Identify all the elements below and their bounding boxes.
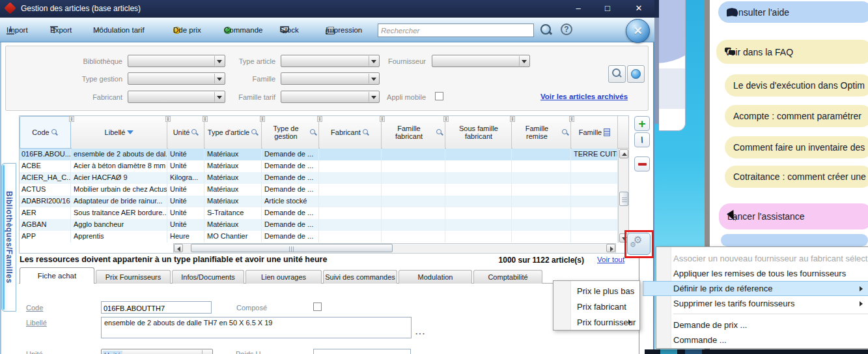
help-item-2[interactable]: Le devis d'exécution dans Optim	[725, 74, 868, 96]
archived-articles-link[interactable]: Voir les articles archivés	[540, 93, 628, 100]
unite-select[interactable]: Unité	[101, 349, 213, 354]
tab-1[interactable]: Prix Fournisseurs	[96, 270, 171, 284]
column-header-4[interactable]: Type de gestion	[262, 116, 319, 149]
column-header-9[interactable]: Famille	[572, 116, 618, 149]
column-resize-handle[interactable]	[165, 116, 171, 122]
bibliotheque-select[interactable]	[128, 55, 225, 67]
tab-5[interactable]: Modulation	[399, 270, 472, 284]
column-header-1[interactable]: Libellé	[72, 116, 167, 149]
help-item-1[interactable]: Voir dans la FAQ	[716, 40, 868, 64]
help-item-5[interactable]: Cotraitance : comment créer une	[725, 166, 868, 188]
table-row[interactable]: 016FB.ABOU...ensemble de 2 abouts de dal…	[20, 149, 619, 160]
column-header-2[interactable]: Unité	[168, 116, 204, 149]
column-resize-handle[interactable]	[443, 116, 449, 122]
cell	[320, 160, 382, 172]
column-header-8[interactable]: Famille remise	[512, 116, 571, 149]
cell	[446, 160, 512, 172]
code-input-field[interactable]	[102, 303, 211, 314]
type-article-select[interactable]	[281, 55, 380, 67]
taskbar-item[interactable]	[660, 349, 677, 354]
filter-search-button[interactable]	[608, 65, 626, 83]
code-field-label[interactable]: Code	[26, 304, 43, 312]
column-resize-handle[interactable]	[203, 116, 208, 122]
vertical-scrollbar[interactable]	[618, 149, 628, 243]
vertical-scroll-thumb[interactable]	[619, 192, 628, 206]
close-button[interactable]: ✕	[629, 2, 649, 15]
submenu-item-2[interactable]: Prix fournisseur	[553, 314, 639, 330]
menu-item-5[interactable]: Demande de prix ...	[656, 317, 868, 332]
toolbar-modulation-tarif-button[interactable]: Modulation tarif	[93, 23, 103, 37]
help-item-partial[interactable]	[721, 234, 868, 246]
toolbar-stock-button[interactable]: Stock	[280, 23, 289, 37]
see-all-link[interactable]: Voir tout	[597, 256, 624, 263]
menu-item-6[interactable]: Commande ...	[656, 332, 868, 347]
submenu-item-1[interactable]: Prix fabricant	[553, 299, 639, 314]
table-row[interactable]: APPApprentisHeureMO ChantierDemande de .…	[20, 231, 619, 243]
filter-refresh-button[interactable]	[627, 65, 645, 83]
maximize-button[interactable]: □	[598, 2, 617, 15]
help-item-3[interactable]: Acompte : comment paramétrer	[725, 105, 868, 127]
famille-tarif-select[interactable]	[281, 91, 380, 103]
toolbar-commande-button[interactable]: Commande	[224, 23, 231, 37]
help-item-0[interactable]: Consulter l'aide	[718, 1, 868, 23]
column-header-0[interactable]: Code	[20, 116, 71, 149]
delete-article-button[interactable]	[634, 156, 650, 171]
help-item-4[interactable]: Comment faire un inventaire des	[725, 136, 868, 158]
fournisseur-select[interactable]	[432, 55, 530, 67]
table-row[interactable]: AGBANAgglo bancheurUnitéMatériauxDemande…	[20, 219, 619, 231]
compose-checkbox[interactable]	[313, 302, 322, 311]
submenu-item-0[interactable]: Prix le plus bas	[553, 283, 639, 299]
table-row[interactable]: ACTUSMobilier urbain de chez ActusUnitéM…	[20, 184, 619, 196]
poids-input[interactable]	[313, 349, 411, 354]
tab-4[interactable]: Suivi des commandes	[323, 270, 397, 284]
taskbar-item[interactable]	[685, 349, 702, 354]
tab-6[interactable]: Comptabilité	[473, 270, 542, 284]
column-resize-handle[interactable]	[260, 116, 265, 122]
column-resize-handle[interactable]	[510, 116, 515, 122]
tab-0[interactable]: Fiche achat	[20, 267, 94, 284]
more-button[interactable]: ...	[415, 328, 426, 336]
libelle-textarea[interactable]: ensemble de 2 abouts de dalle TH7 en 50 …	[101, 317, 412, 338]
toolbar-import-button[interactable]: Import	[7, 23, 14, 37]
cell	[320, 149, 382, 160]
sidebar-tab-bibliotheques-familles[interactable]: Bibliothèques/Familles	[1, 163, 16, 312]
column-header-7[interactable]: Sous famille fabricant	[446, 116, 512, 149]
scroll-right-button[interactable]	[606, 244, 615, 252]
search-icon[interactable]	[540, 23, 553, 37]
scroll-up-button[interactable]	[619, 149, 628, 158]
column-resize-handle[interactable]	[69, 116, 74, 122]
fabricant-select[interactable]	[128, 91, 225, 103]
help-item-6[interactable]: Lancer l'assistance	[719, 203, 868, 229]
column-header-3[interactable]: Type d'article	[205, 116, 262, 149]
table-row[interactable]: AERSous traitance AER bordure...UnitéS-T…	[20, 207, 619, 219]
close-window-button[interactable]	[626, 19, 650, 43]
horizontal-scrollbar[interactable]	[173, 243, 616, 254]
menu-item-1[interactable]: Appliquer les remises de tous les fourni…	[656, 266, 868, 281]
table-row[interactable]: ADABRI200/16Adaptateur de bride rainur..…	[20, 196, 619, 207]
toolbar-impression-button[interactable]: Impression	[326, 23, 335, 37]
famille-select[interactable]	[281, 72, 380, 85]
minimize-button[interactable]: –	[568, 2, 588, 15]
tab-2[interactable]: Infos/Documents	[172, 270, 244, 284]
column-resize-handle[interactable]	[317, 116, 322, 122]
appli-mobile-checkbox[interactable]	[435, 92, 443, 100]
edit-article-button[interactable]: \	[634, 132, 650, 147]
column-resize-handle[interactable]	[569, 116, 574, 122]
toolbar-dde-prix-button[interactable]: Dde prix	[173, 23, 180, 37]
search-input[interactable]	[378, 25, 533, 37]
toolbar-export-button[interactable]: Export	[50, 23, 58, 37]
column-header-5[interactable]: Fabricant	[320, 116, 382, 149]
tab-3[interactable]: Lien ouvrages	[245, 270, 322, 284]
table-row[interactable]: ACBEAcier à béton diamètre 8 mmUnitéMaté…	[20, 160, 619, 172]
scroll-left-button[interactable]	[174, 244, 183, 252]
libelle-field-label[interactable]: Libellé	[26, 319, 47, 327]
menu-item-2[interactable]: Définir le prix de réference	[656, 281, 868, 296]
column-header-6[interactable]: Famille fabricant	[382, 116, 445, 149]
column-resize-handle[interactable]	[380, 116, 385, 122]
add-article-button[interactable]: +	[634, 116, 650, 131]
table-row[interactable]: ACIER_HA_C...Acier HACFAØ 9Kilogra...Mat…	[20, 172, 619, 184]
horizontal-scroll-thumb[interactable]	[191, 244, 393, 252]
type-gestion-select[interactable]	[128, 72, 225, 85]
help-icon[interactable]	[561, 23, 572, 35]
menu-item-3[interactable]: Supprimer les tarifs fournisseurs	[656, 296, 868, 311]
